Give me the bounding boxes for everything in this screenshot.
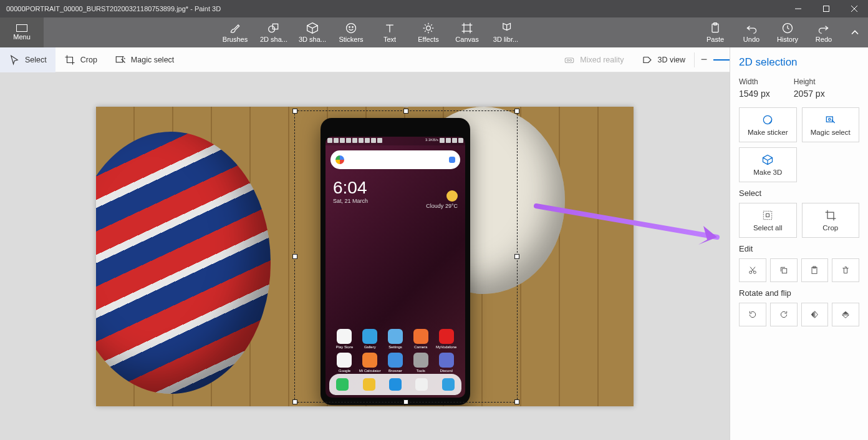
svg-point-17: [570, 59, 572, 61]
magic-select-button[interactable]: Magic select: [802, 107, 860, 142]
maximize-button[interactable]: [812, 0, 840, 17]
view3d-icon: [642, 54, 653, 66]
handle-ne[interactable]: [514, 109, 519, 114]
delete-button[interactable]: [832, 258, 859, 282]
window-controls: [784, 0, 868, 17]
svg-point-20: [828, 119, 830, 120]
panel-title: 2D selection: [739, 56, 859, 69]
svg-rect-15: [566, 58, 574, 63]
handle-e[interactable]: [514, 254, 519, 259]
canvas-icon: [461, 22, 473, 34]
menu-button[interactable]: Menu: [0, 17, 44, 47]
svg-point-18: [764, 115, 772, 124]
zoom-out-button[interactable]: −: [695, 53, 713, 66]
flip-h-icon: [809, 310, 819, 320]
cut-icon: [748, 265, 758, 275]
undo-label: Undo: [743, 36, 760, 43]
paste-button[interactable]: [801, 258, 829, 282]
cube-icon: [761, 154, 774, 166]
menu-label: Menu: [13, 33, 31, 41]
svg-rect-10: [464, 25, 470, 31]
brushes-button[interactable]: Brushes: [216, 17, 254, 47]
ribbon: Menu Brushes 2D sha... 3D sha... Sticker…: [0, 17, 868, 47]
effects-label: Effects: [418, 36, 438, 43]
magic-icon: [115, 54, 126, 66]
3d-shapes-button[interactable]: 3D sha...: [293, 17, 332, 47]
magic-select-label: Magic select: [131, 56, 174, 64]
minimize-button[interactable]: [784, 0, 812, 17]
sticker-icon: [345, 22, 357, 34]
mixed-reality-button: Mixed reality: [555, 47, 632, 72]
undo-button[interactable]: Undo: [733, 17, 769, 47]
paste-icon: [709, 22, 721, 34]
paste-button[interactable]: Paste: [697, 17, 733, 47]
select-all-button[interactable]: Select all: [739, 203, 797, 238]
history-button[interactable]: History: [769, 17, 806, 47]
mr-icon: [564, 54, 575, 66]
cursor-icon: [9, 54, 20, 66]
make-3d-button[interactable]: Make 3D: [739, 147, 797, 182]
handle-se[interactable]: [514, 399, 519, 404]
svg-rect-22: [766, 214, 769, 217]
2d-shapes-button[interactable]: 2D sha...: [254, 17, 293, 47]
handle-sw[interactable]: [292, 399, 297, 404]
height-label: Height: [794, 77, 825, 86]
magic-icon: [824, 114, 837, 126]
close-button[interactable]: [840, 0, 868, 17]
text-label: Text: [383, 36, 396, 43]
width-label: Width: [739, 77, 770, 86]
trash-icon: [841, 265, 851, 275]
chevron-up-icon: [849, 26, 861, 39]
effects-button[interactable]: Effects: [409, 17, 448, 47]
cube-icon: [306, 22, 319, 34]
svg-point-9: [427, 26, 431, 31]
mixed-reality-label: Mixed reality: [580, 56, 624, 64]
brushes-label: Brushes: [223, 36, 248, 43]
magic-select-tool-button[interactable]: Magic select: [106, 47, 183, 72]
handle-n[interactable]: [403, 109, 408, 114]
side-panel: 2D selection Width 1549 px Height 2057 p…: [730, 47, 868, 440]
rotate-cw-button[interactable]: [770, 303, 798, 326]
cut-button[interactable]: [739, 258, 766, 282]
copy-button[interactable]: [770, 258, 798, 282]
rotate-section-header: Rotate and flip: [739, 288, 859, 298]
flip-horizontal-button[interactable]: [801, 303, 829, 326]
svg-point-7: [349, 27, 350, 28]
svg-rect-21: [764, 211, 772, 219]
3d-library-button[interactable]: 3D libr...: [486, 17, 525, 47]
crop-icon: [824, 209, 837, 222]
handle-s[interactable]: [403, 399, 408, 404]
undo-icon: [745, 22, 758, 34]
library-icon: [499, 22, 512, 34]
select-all-icon: [761, 209, 774, 222]
image-canvas[interactable]: 3.3KB/s 6:04 Sat, 21 March Cloudy 29°C P…: [96, 107, 634, 406]
svg-point-6: [347, 24, 356, 33]
effects-icon: [422, 22, 435, 34]
brush-icon: [229, 22, 241, 34]
canvas-button[interactable]: Canvas: [448, 17, 486, 47]
handle-nw[interactable]: [292, 109, 297, 114]
collapse-button[interactable]: [842, 17, 868, 47]
dimensions: Width 1549 px Height 2057 px: [739, 77, 859, 99]
make-sticker-button[interactable]: Make sticker: [739, 107, 797, 142]
3d-shapes-label: 3D sha...: [299, 36, 326, 43]
3d-library-label: 3D libr...: [493, 36, 518, 43]
crop-tool-button[interactable]: Crop: [55, 47, 106, 72]
crop-label: Crop: [80, 56, 97, 64]
canvas-area[interactable]: 3.3KB/s 6:04 Sat, 21 March Cloudy 29°C P…: [0, 72, 730, 440]
text-icon: [383, 22, 396, 34]
3d-view-button[interactable]: 3D view: [633, 47, 694, 72]
stickers-label: Stickers: [339, 36, 363, 43]
select-tool-button[interactable]: Select: [0, 47, 55, 72]
flip-vertical-button[interactable]: [832, 303, 859, 326]
crop-button[interactable]: Crop: [802, 203, 860, 238]
svg-point-16: [567, 59, 569, 61]
svg-rect-25: [782, 268, 786, 273]
rotate-ccw-button[interactable]: [739, 303, 766, 326]
stickers-button[interactable]: Stickers: [332, 17, 370, 47]
selection-rectangle[interactable]: [294, 110, 518, 403]
handle-w[interactable]: [292, 254, 297, 259]
2d-shapes-label: 2D sha...: [260, 36, 287, 43]
redo-button[interactable]: Redo: [806, 17, 842, 47]
text-button[interactable]: Text: [370, 17, 409, 47]
